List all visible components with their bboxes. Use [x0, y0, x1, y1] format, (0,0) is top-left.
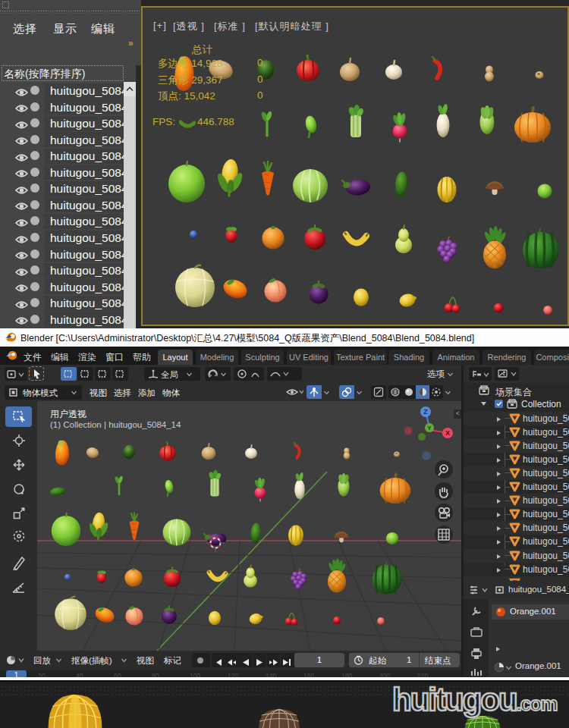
svg-text:X: X — [445, 429, 450, 437]
svg-text:Y: Y — [427, 425, 432, 431]
svg-text:Z: Z — [423, 408, 428, 416]
